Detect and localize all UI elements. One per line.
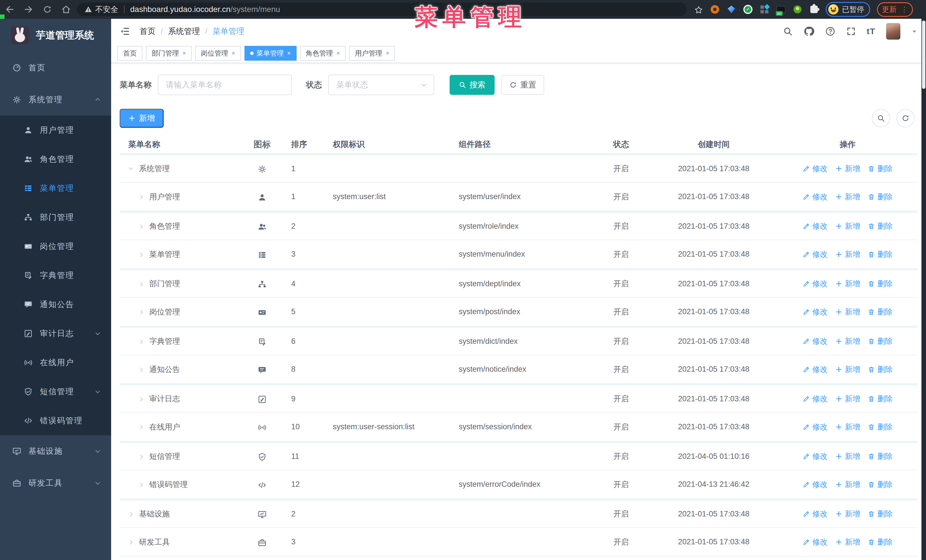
extension-gem-icon[interactable] [726,5,736,14]
edit-link[interactable]: 修改 [803,163,828,174]
add-child-link[interactable]: 新增 [835,221,860,231]
view-tab[interactable]: 角色管理 × [300,46,346,61]
expand-arrow-icon[interactable] [138,193,145,201]
delete-link[interactable]: 删除 [868,163,893,174]
delete-link[interactable]: 删除 [868,364,893,374]
sidebar-item[interactable]: 角色管理 [0,145,111,174]
delete-link[interactable]: 删除 [868,537,893,547]
page-scrollbar[interactable] [921,19,926,560]
forward-icon[interactable] [23,4,34,15]
sidebar-item[interactable]: 短信管理 [0,377,111,406]
edit-link[interactable]: 修改 [803,364,828,374]
expand-arrow-icon[interactable] [138,280,145,288]
sidebar-item[interactable]: 错误码管理 [0,406,111,435]
sidebar-logo[interactable]: 芋道管理系统 [0,19,111,52]
caret-down-icon[interactable] [911,28,917,35]
sidebar-item[interactable]: 审计日志 [0,319,111,348]
expand-arrow-icon[interactable] [127,166,135,172]
back-icon[interactable] [4,4,15,15]
expand-arrow-icon[interactable] [138,222,145,230]
font-size-icon[interactable]: tT [867,27,875,36]
sidebar-item[interactable]: 字典管理 [0,261,111,290]
edit-link[interactable]: 修改 [803,537,828,547]
expand-arrow-icon[interactable] [128,510,135,518]
add-child-link[interactable]: 新增 [835,479,860,490]
breadcrumb-system[interactable]: 系统管理 [168,26,200,37]
edit-link[interactable]: 修改 [803,422,828,432]
sidebar-item[interactable]: 通知公告 [0,290,111,319]
expand-arrow-icon[interactable] [138,423,145,431]
edit-link[interactable]: 修改 [803,451,828,462]
breadcrumb-home[interactable]: 首页 [139,26,156,37]
add-child-link[interactable]: 新增 [835,451,860,462]
sidebar-item[interactable]: 岗位管理 [0,232,111,261]
home-icon[interactable] [61,4,72,15]
close-icon[interactable]: × [336,50,340,56]
view-tab[interactable]: 菜单管理 × [244,46,297,61]
delete-link[interactable]: 删除 [868,509,893,519]
delete-link[interactable]: 删除 [868,279,893,289]
expand-arrow-icon[interactable] [138,365,145,373]
profile-paused-badge[interactable]: 已暂停 [826,2,870,17]
close-icon[interactable]: × [182,50,186,56]
fullscreen-icon[interactable] [846,27,856,36]
status-select[interactable]: 菜单状态 [328,75,434,95]
sidebar-item[interactable]: 基础设施 [0,435,111,467]
expand-arrow-icon[interactable] [138,251,145,258]
menu-name-input[interactable] [158,75,292,95]
delete-link[interactable]: 删除 [868,336,893,346]
delete-link[interactable]: 删除 [868,192,893,202]
edit-link[interactable]: 修改 [803,336,828,346]
sidebar-fold-icon[interactable] [120,26,130,36]
sidebar-item[interactable]: 部门管理 [0,203,111,232]
close-icon[interactable]: × [386,50,389,56]
view-tab[interactable]: 首页 × [117,46,142,61]
add-child-link[interactable]: 新增 [835,537,860,547]
toggle-search-button[interactable] [872,109,890,127]
add-child-link[interactable]: 新增 [835,249,860,260]
expand-arrow-icon[interactable] [138,337,145,345]
search-icon[interactable] [783,27,793,36]
add-child-link[interactable]: 新增 [835,422,860,432]
address-bar[interactable]: 不安全 dashboard.yudao.iocoder.cn/system/me… [77,3,687,16]
reload-icon[interactable] [42,4,53,15]
add-button[interactable]: 新增 [120,109,163,128]
edit-link[interactable]: 修改 [803,192,828,202]
edit-link[interactable]: 修改 [803,307,828,317]
delete-link[interactable]: 删除 [868,422,893,432]
extension-puzzle-icon[interactable] [809,5,819,14]
expand-arrow-icon[interactable] [138,452,145,460]
view-tab[interactable]: 用户管理 × [349,46,395,61]
delete-link[interactable]: 删除 [868,307,893,317]
search-button[interactable]: 搜索 [449,75,495,95]
edit-link[interactable]: 修改 [803,509,828,519]
user-avatar[interactable] [886,23,900,39]
sidebar-item[interactable]: 系统管理 [0,84,111,116]
refresh-table-button[interactable] [896,109,915,127]
reset-button[interactable]: 重置 [501,75,544,95]
sidebar-item[interactable]: 在线用户 [0,348,111,377]
add-child-link[interactable]: 新增 [835,364,860,374]
github-icon[interactable] [803,26,814,37]
delete-link[interactable]: 删除 [868,451,893,462]
scrollbar-thumb[interactable] [922,21,925,89]
view-tab[interactable]: 部门管理 × [146,46,192,61]
browser-update-button[interactable]: 更新 ⋮ [877,2,913,17]
add-child-link[interactable]: 新增 [835,307,860,317]
bookmark-star-icon[interactable] [694,4,703,15]
edit-link[interactable]: 修改 [803,279,828,289]
extension-person-icon[interactable] [793,5,802,14]
expand-arrow-icon[interactable] [138,308,145,316]
help-icon[interactable] [825,26,835,36]
expand-arrow-icon[interactable] [138,480,145,489]
sidebar-item[interactable]: 菜单管理 [0,174,111,203]
security-warning[interactable]: 不安全 [84,4,118,15]
menu-dots-icon[interactable]: ⋮ [901,6,908,12]
sidebar-item[interactable]: 用户管理 [0,116,111,145]
edit-link[interactable]: 修改 [803,221,828,231]
expand-arrow-icon[interactable] [138,395,145,403]
delete-link[interactable]: 删除 [868,394,893,404]
edit-link[interactable]: 修改 [803,479,828,490]
add-child-link[interactable]: 新增 [835,394,860,404]
close-icon[interactable]: × [232,50,235,56]
